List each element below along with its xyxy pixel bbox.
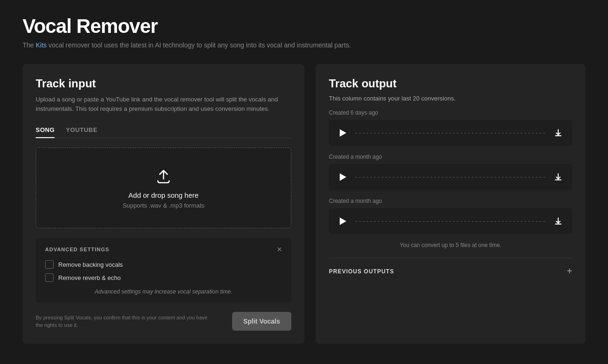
advanced-settings: ADVANCED SETTINGS × Remove backing vocal… xyxy=(36,238,291,302)
split-vocals-button[interactable]: Split Vocals xyxy=(232,312,291,331)
play-button-1[interactable] xyxy=(336,126,350,139)
play-button-2[interactable] xyxy=(336,170,350,184)
download-button-2[interactable] xyxy=(552,170,565,184)
created-label-3: Created a month ago xyxy=(329,198,572,204)
checkbox-remove-reverb[interactable] xyxy=(45,273,54,282)
checkbox-label-reverb: Remove reverb & echo xyxy=(58,274,121,281)
audio-player-2 xyxy=(329,164,572,190)
track-output-panel: Track output This column contains your l… xyxy=(316,64,585,344)
checkbox-remove-backing[interactable] xyxy=(45,260,54,269)
waveform-2 xyxy=(355,177,546,178)
waveform-3 xyxy=(355,221,546,222)
tab-song[interactable]: SONG xyxy=(36,123,55,138)
play-triangle-3 xyxy=(340,217,346,225)
download-button-3[interactable] xyxy=(552,215,565,228)
upload-title: Add or drop song here xyxy=(46,191,281,199)
footer-disclaimer: By pressing Split Vocals, you confirm th… xyxy=(36,314,214,329)
kits-link[interactable]: Kits xyxy=(36,41,47,49)
created-label-2: Created a month ago xyxy=(329,154,572,160)
advanced-settings-title: ADVANCED SETTINGS xyxy=(45,247,109,252)
checkbox-row-reverb: Remove reverb & echo xyxy=(45,273,282,282)
main-layout: Track input Upload a song or paste a You… xyxy=(23,64,585,344)
play-triangle-2 xyxy=(340,173,346,181)
audio-player-3 xyxy=(329,208,572,234)
previous-outputs-title: PREVIOUS OUTPUTS xyxy=(329,268,394,275)
convert-note: You can convert up to 5 files at one tim… xyxy=(329,242,572,248)
page-subtitle: The Kits vocal remover tool uses the lat… xyxy=(23,41,585,49)
waveform-1 xyxy=(355,133,546,133)
output-description: This column contains your last 20 conver… xyxy=(329,95,572,102)
advanced-note: Advanced settings may increase vocal sep… xyxy=(45,288,282,295)
audio-player-1 xyxy=(329,120,572,146)
track-output-title: Track output xyxy=(329,77,572,90)
track-input-description: Upload a song or paste a YouTube link an… xyxy=(36,95,291,113)
tabs: SONG YOUTUBE xyxy=(36,123,291,138)
panel-footer: By pressing Split Vocals, you confirm th… xyxy=(36,312,291,331)
previous-outputs[interactable]: PREVIOUS OUTPUTS + xyxy=(329,258,572,277)
download-button-1[interactable] xyxy=(552,126,565,139)
plus-icon: + xyxy=(567,266,572,277)
upload-icon xyxy=(154,167,173,186)
page-container: Vocal Remover The Kits vocal remover too… xyxy=(0,0,608,359)
play-triangle-1 xyxy=(340,129,346,137)
upload-zone[interactable]: Add or drop song here Supports .wav & .m… xyxy=(36,147,291,228)
tab-youtube[interactable]: YOUTUBE xyxy=(66,123,97,138)
upload-subtitle: Supports .wav & .mp3 formats xyxy=(46,202,281,209)
track-input-title: Track input xyxy=(36,77,291,90)
track-input-panel: Track input Upload a song or paste a You… xyxy=(23,64,304,344)
advanced-settings-close[interactable]: × xyxy=(277,245,282,254)
play-button-3[interactable] xyxy=(336,215,350,228)
checkbox-label-backing: Remove backing vocals xyxy=(58,261,123,268)
page-title: Vocal Remover xyxy=(23,15,585,38)
created-label-1: Created 6 days ago xyxy=(329,109,572,116)
checkbox-row-backing: Remove backing vocals xyxy=(45,260,282,269)
advanced-settings-header: ADVANCED SETTINGS × xyxy=(45,245,282,254)
